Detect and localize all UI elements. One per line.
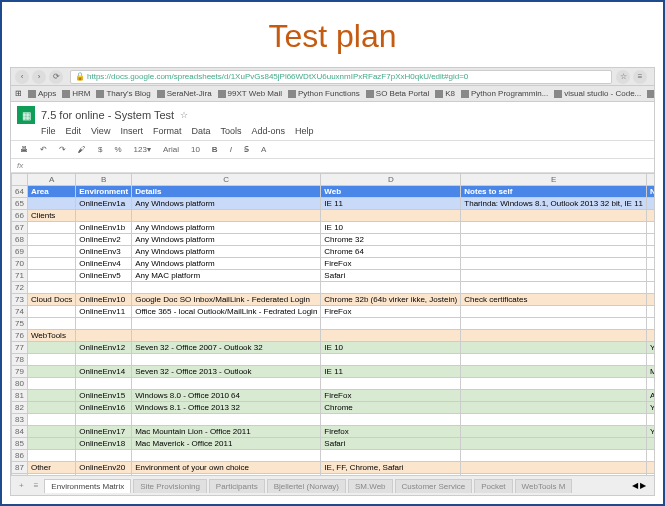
bookmark-item[interactable]: K8 — [435, 89, 455, 98]
cell[interactable]: OnlineEnv5 — [76, 270, 132, 282]
formula-bar[interactable]: fx — [11, 159, 654, 173]
cell[interactable] — [27, 270, 75, 282]
back-button[interactable]: ‹ — [15, 70, 29, 84]
row-header[interactable]: 64 — [12, 186, 28, 198]
cell[interactable] — [132, 378, 321, 390]
bookmark-item[interactable]: Thary's Blog — [96, 89, 150, 98]
cell[interactable]: Chrome 32b (64b virker ikke, Jostein) — [321, 294, 461, 306]
row-header[interactable]: 65 — [12, 198, 28, 210]
cell[interactable] — [647, 234, 654, 246]
cell[interactable] — [27, 318, 75, 330]
row-header[interactable]: 76 — [12, 330, 28, 342]
row-header[interactable]: 79 — [12, 366, 28, 378]
cell[interactable]: Seven 32 - Office 2013 - Outlook — [132, 366, 321, 378]
star-icon[interactable]: ☆ — [180, 110, 188, 120]
cell[interactable]: Check certificates — [461, 294, 647, 306]
cell[interactable] — [27, 354, 75, 366]
cell[interactable] — [461, 354, 647, 366]
strike-icon[interactable]: S̶ — [241, 144, 252, 155]
cell[interactable] — [132, 414, 321, 426]
italic-icon[interactable]: I — [227, 144, 235, 155]
cell[interactable] — [132, 282, 321, 294]
cell[interactable] — [647, 330, 654, 342]
row-header[interactable]: 68 — [12, 234, 28, 246]
cell[interactable]: OnlineEnv17 — [76, 426, 132, 438]
bookmark-item[interactable]: Apps — [28, 89, 56, 98]
cell[interactable]: OnlineEnv4 — [76, 258, 132, 270]
cell[interactable]: Yusra — [647, 402, 654, 414]
cell[interactable]: OnlineEnv20 — [76, 462, 132, 474]
cell[interactable] — [27, 426, 75, 438]
cell[interactable] — [647, 210, 654, 222]
sheet-tab[interactable]: WebTools M — [515, 479, 573, 493]
cell[interactable] — [27, 198, 75, 210]
forward-button[interactable]: › — [32, 70, 46, 84]
spreadsheet[interactable]: ABCDEF64AreaEnvironmentDetailsWebNotes t… — [11, 173, 654, 475]
star-button[interactable]: ☆ — [616, 70, 630, 84]
menu-item[interactable]: Tools — [220, 126, 241, 136]
sheet-tab[interactable]: Site Provisioning — [133, 479, 207, 493]
url-bar[interactable]: 🔒https://docs.google.com/spreadsheets/d/… — [70, 70, 612, 84]
cell[interactable] — [647, 318, 654, 330]
cell[interactable] — [76, 318, 132, 330]
cell[interactable] — [76, 282, 132, 294]
cell[interactable] — [76, 378, 132, 390]
sheet-tab[interactable]: SM.Web — [348, 479, 393, 493]
cell[interactable] — [461, 450, 647, 462]
format-paint-icon[interactable]: 🖌 — [75, 144, 89, 155]
sheet-tab[interactable]: Participants — [209, 479, 265, 493]
currency-icon[interactable]: $ — [95, 144, 105, 155]
cell[interactable] — [461, 246, 647, 258]
cell[interactable]: Google Doc SO Inbox/MailLink - Federated… — [132, 294, 321, 306]
header-cell[interactable]: Notes to self — [461, 186, 647, 198]
bold-icon[interactable]: B — [209, 144, 221, 155]
cell[interactable] — [27, 366, 75, 378]
cell[interactable] — [132, 318, 321, 330]
cell[interactable] — [461, 222, 647, 234]
cell[interactable] — [321, 318, 461, 330]
cell[interactable] — [27, 450, 75, 462]
cell[interactable] — [461, 390, 647, 402]
cell[interactable]: FireFox — [321, 258, 461, 270]
bookmark-item[interactable]: HRM — [62, 89, 90, 98]
decimal-icon[interactable]: 123▾ — [131, 144, 154, 155]
cell[interactable]: Any Windows platform — [132, 222, 321, 234]
header-cell[interactable]: Web — [321, 186, 461, 198]
menu-item[interactable]: Add-ons — [251, 126, 285, 136]
menu-item[interactable]: File — [41, 126, 56, 136]
cell[interactable]: Tharinda: Windows 8.1, Outlook 2013 32 b… — [461, 198, 647, 210]
cell[interactable] — [461, 330, 647, 342]
apps-icon[interactable]: ⊞ — [15, 89, 22, 98]
cell[interactable] — [27, 390, 75, 402]
cell[interactable]: OnlineEnv3 — [76, 246, 132, 258]
cell[interactable] — [647, 378, 654, 390]
header-cell[interactable]: Area — [27, 186, 75, 198]
cell[interactable]: OnlineEnv1b — [76, 222, 132, 234]
cell[interactable] — [132, 210, 321, 222]
cell[interactable] — [461, 414, 647, 426]
menu-item[interactable]: Insert — [120, 126, 143, 136]
cell[interactable] — [321, 330, 461, 342]
cell[interactable] — [647, 270, 654, 282]
cell[interactable]: Seven 32 - Office 2007 - Outlook 32 — [132, 342, 321, 354]
cell[interactable] — [461, 210, 647, 222]
cell[interactable]: Environment of your own choice — [132, 462, 321, 474]
cell[interactable]: Any Windows platform — [132, 198, 321, 210]
cell[interactable]: Windows 8.1 - Office 2013 32 — [132, 402, 321, 414]
cell[interactable]: Firefox — [321, 426, 461, 438]
cell[interactable] — [321, 450, 461, 462]
cell[interactable] — [321, 378, 461, 390]
row-header[interactable]: 70 — [12, 258, 28, 270]
cell[interactable]: Any Windows platform — [132, 258, 321, 270]
cell[interactable] — [647, 258, 654, 270]
cell[interactable]: IE 10 — [321, 342, 461, 354]
bookmark-item[interactable]: SeraNet-Jira — [157, 89, 212, 98]
cell[interactable]: IE 10 — [321, 222, 461, 234]
cell[interactable]: OnlineEnv1a — [76, 198, 132, 210]
cell[interactable] — [461, 342, 647, 354]
cell[interactable]: IE, FF, Chrome, Safari — [321, 462, 461, 474]
cell[interactable]: FireFox — [321, 306, 461, 318]
col-header[interactable]: D — [321, 174, 461, 186]
cell[interactable]: OnlineEnv14 — [76, 366, 132, 378]
cell[interactable] — [76, 210, 132, 222]
